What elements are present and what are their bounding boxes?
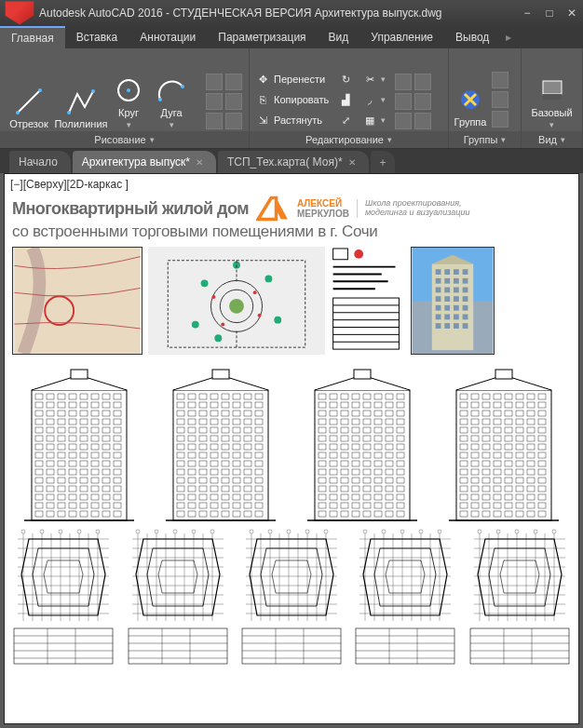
svg-rect-508 bbox=[482, 461, 490, 466]
group-tool-2[interactable] bbox=[492, 91, 508, 108]
svg-rect-204 bbox=[177, 402, 184, 408]
polyline-button[interactable]: Полилиния bbox=[58, 87, 104, 129]
group-button[interactable]: Группа bbox=[451, 85, 490, 128]
svg-rect-503 bbox=[516, 452, 523, 458]
svg-rect-127 bbox=[102, 444, 110, 450]
stretch-button[interactable]: ⇲Растянуть bbox=[255, 111, 329, 129]
hatch-button[interactable] bbox=[225, 93, 242, 110]
move-button[interactable]: ✥Перенести bbox=[255, 70, 329, 88]
panel-view: Базовый ▾ Вид▾ bbox=[522, 48, 583, 148]
svg-rect-147 bbox=[58, 469, 65, 475]
edit-tool-5[interactable] bbox=[395, 113, 412, 129]
rotate-button[interactable]: ↻ bbox=[338, 70, 353, 88]
svg-rect-261 bbox=[188, 461, 196, 466]
svg-rect-263 bbox=[210, 461, 218, 466]
svg-rect-260 bbox=[177, 461, 184, 466]
edit-tool-3[interactable] bbox=[395, 93, 412, 110]
doc-tab-arch[interactable]: Архитектура выпуск*✕ bbox=[73, 151, 216, 173]
svg-rect-237 bbox=[188, 436, 196, 441]
svg-point-582 bbox=[40, 530, 44, 533]
panel-draw-title[interactable]: Рисование▾ bbox=[0, 131, 249, 148]
panel-edit-title[interactable]: Редактирование▾ bbox=[250, 131, 448, 148]
svg-rect-315 bbox=[255, 511, 263, 517]
doc-tab-tsp[interactable]: ТСП_Тех.карта( Моя)*✕ bbox=[218, 151, 369, 173]
doc-tab-add[interactable]: ＋ bbox=[371, 151, 395, 173]
svg-rect-560 bbox=[527, 511, 535, 517]
circle-button[interactable]: Круг ▾ bbox=[110, 75, 147, 129]
doc-tab-start[interactable]: Начало bbox=[9, 151, 71, 173]
tab-output[interactable]: Вывод bbox=[444, 26, 500, 48]
svg-point-613 bbox=[173, 530, 177, 533]
svg-rect-554 bbox=[460, 511, 468, 517]
edit-tool-6[interactable] bbox=[414, 113, 431, 129]
svg-rect-271 bbox=[210, 469, 218, 475]
trim-button[interactable]: ✂▾ bbox=[362, 70, 386, 88]
svg-rect-530 bbox=[460, 486, 468, 492]
group-tool-3[interactable] bbox=[492, 111, 508, 128]
group-tool-1[interactable] bbox=[492, 72, 508, 88]
svg-rect-544 bbox=[527, 494, 535, 500]
close-icon[interactable]: ✕ bbox=[348, 157, 356, 168]
svg-rect-471 bbox=[516, 419, 523, 425]
tab-parametric[interactable]: Параметризация bbox=[207, 26, 317, 48]
svg-rect-179 bbox=[58, 503, 65, 508]
svg-rect-398 bbox=[397, 469, 404, 475]
tab-expand[interactable]: ▸ bbox=[500, 26, 517, 48]
tab-view[interactable]: Вид bbox=[318, 26, 360, 48]
svg-rect-129 bbox=[35, 452, 43, 458]
svg-rect-355 bbox=[363, 427, 371, 433]
svg-rect-117 bbox=[80, 436, 88, 441]
array-button[interactable]: ▦▾ bbox=[362, 111, 386, 129]
svg-rect-216 bbox=[222, 411, 229, 416]
maximize-button[interactable]: □ bbox=[538, 4, 561, 22]
svg-rect-495 bbox=[516, 444, 523, 450]
view-label[interactable]: [−][Сверху][2D-каркас ] bbox=[10, 178, 573, 191]
svg-rect-236 bbox=[177, 436, 184, 441]
svg-rect-162 bbox=[47, 486, 54, 492]
svg-rect-513 bbox=[538, 461, 546, 466]
svg-rect-244 bbox=[177, 444, 184, 450]
svg-rect-150 bbox=[91, 469, 99, 475]
edit-tool-4[interactable] bbox=[414, 93, 431, 110]
tool-button[interactable] bbox=[225, 74, 242, 90]
svg-rect-176 bbox=[114, 494, 121, 500]
svg-rect-219 bbox=[255, 411, 263, 416]
baseview-button[interactable]: Базовый ▾ bbox=[529, 75, 576, 129]
panel-groups-title[interactable]: Группы▾ bbox=[449, 131, 521, 148]
svg-point-643 bbox=[287, 530, 291, 533]
line-icon bbox=[14, 87, 44, 116]
svg-rect-425 bbox=[341, 503, 348, 508]
svg-rect-357 bbox=[386, 427, 393, 433]
copy-button[interactable]: ⎘Копировать bbox=[255, 90, 329, 109]
drawing-canvas[interactable]: [−][Сверху][2D-каркас ] Многоквартирный … bbox=[4, 173, 579, 724]
svg-rect-107 bbox=[58, 427, 65, 433]
close-icon[interactable]: ✕ bbox=[196, 157, 203, 168]
arc-button[interactable]: Дуга ▾ bbox=[153, 75, 190, 129]
panel-view-title[interactable]: Вид▾ bbox=[522, 131, 582, 148]
scale-button[interactable]: ⤢ bbox=[338, 111, 353, 129]
svg-rect-182 bbox=[91, 503, 99, 508]
close-button[interactable]: ✕ bbox=[561, 4, 583, 22]
svg-point-23 bbox=[211, 295, 215, 299]
svg-rect-132 bbox=[69, 452, 76, 458]
tab-insert[interactable]: Вставка bbox=[65, 26, 129, 48]
app-logo[interactable] bbox=[4, 0, 35, 26]
point-button[interactable] bbox=[225, 113, 242, 129]
circle-label: Круг bbox=[118, 107, 139, 118]
svg-rect-296 bbox=[222, 494, 229, 500]
svg-rect-92 bbox=[69, 411, 76, 416]
edit-tool-1[interactable] bbox=[395, 74, 412, 90]
mirror-button[interactable]: ▟ bbox=[338, 90, 353, 109]
rect-button[interactable] bbox=[206, 74, 223, 90]
minimize-button[interactable]: − bbox=[516, 4, 538, 22]
edit-tool-2[interactable] bbox=[414, 74, 431, 90]
svg-rect-385 bbox=[341, 461, 348, 466]
svg-rect-534 bbox=[505, 486, 512, 492]
line-button[interactable]: Отрезок bbox=[6, 87, 52, 129]
tab-home[interactable]: Главная bbox=[0, 26, 65, 48]
spline-button[interactable] bbox=[206, 113, 223, 129]
fillet-button[interactable]: ◞▾ bbox=[362, 90, 386, 109]
tab-manage[interactable]: Управление bbox=[359, 26, 444, 48]
tab-annotate[interactable]: Аннотации bbox=[129, 26, 207, 48]
ellipse-button[interactable] bbox=[206, 93, 223, 110]
